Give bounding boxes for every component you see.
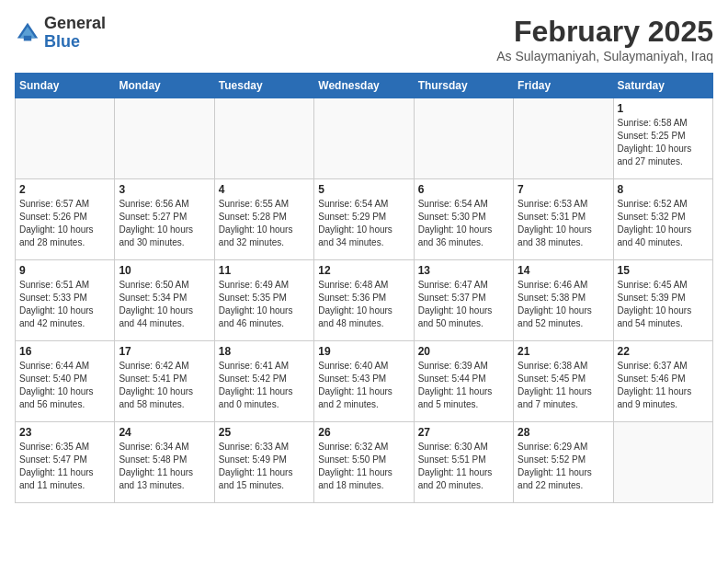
logo-blue: Blue [44,32,80,51]
day-info: Sunrise: 6:30 AM Sunset: 5:51 PM Dayligh… [418,441,509,492]
calendar-header-row: SundayMondayTuesdayWednesdayThursdayFrid… [16,74,713,98]
calendar-cell: 20Sunrise: 6:39 AM Sunset: 5:44 PM Dayli… [414,341,513,422]
calendar-cell: 10Sunrise: 6:50 AM Sunset: 5:34 PM Dayli… [115,260,214,341]
week-row-2: 9Sunrise: 6:51 AM Sunset: 5:33 PM Daylig… [16,260,713,341]
calendar-cell: 3Sunrise: 6:56 AM Sunset: 5:27 PM Daylig… [115,179,214,260]
day-info: Sunrise: 6:32 AM Sunset: 5:50 PM Dayligh… [318,441,409,492]
day-number: 3 [119,183,210,196]
day-number: 11 [219,264,310,277]
day-number: 17 [119,345,210,358]
day-number: 7 [518,183,609,196]
calendar-cell: 25Sunrise: 6:33 AM Sunset: 5:49 PM Dayli… [214,422,313,503]
day-info: Sunrise: 6:53 AM Sunset: 5:31 PM Dayligh… [518,198,609,249]
week-row-3: 16Sunrise: 6:44 AM Sunset: 5:40 PM Dayli… [16,341,713,422]
day-number: 21 [518,345,609,358]
day-number: 8 [618,183,709,196]
calendar-cell: 18Sunrise: 6:41 AM Sunset: 5:42 PM Dayli… [214,341,313,422]
day-number: 18 [219,345,310,358]
page-header: General Blue February 2025 As Sulaymaniy… [15,15,713,63]
day-info: Sunrise: 6:56 AM Sunset: 5:27 PM Dayligh… [119,198,210,249]
day-header-tuesday: Tuesday [214,74,313,98]
calendar-cell: 2Sunrise: 6:57 AM Sunset: 5:26 PM Daylig… [16,179,115,260]
calendar-cell: 15Sunrise: 6:45 AM Sunset: 5:39 PM Dayli… [613,260,712,341]
day-number: 6 [418,183,509,196]
month-year: February 2025 [496,15,713,49]
day-number: 15 [618,264,709,277]
calendar-cell: 27Sunrise: 6:30 AM Sunset: 5:51 PM Dayli… [414,422,513,503]
day-header-sunday: Sunday [16,74,115,98]
day-info: Sunrise: 6:35 AM Sunset: 5:47 PM Dayligh… [19,441,110,492]
calendar-cell: 9Sunrise: 6:51 AM Sunset: 5:33 PM Daylig… [16,260,115,341]
calendar-cell: 17Sunrise: 6:42 AM Sunset: 5:41 PM Dayli… [115,341,214,422]
calendar-cell: 4Sunrise: 6:55 AM Sunset: 5:28 PM Daylig… [214,179,313,260]
location: As Sulaymaniyah, Sulaymaniyah, Iraq [496,49,713,63]
calendar-cell: 11Sunrise: 6:49 AM Sunset: 5:35 PM Dayli… [214,260,313,341]
logo-general: General [44,14,106,32]
day-number: 28 [518,426,609,439]
calendar-cell: 8Sunrise: 6:52 AM Sunset: 5:32 PM Daylig… [613,179,712,260]
day-number: 2 [19,183,110,196]
day-info: Sunrise: 6:54 AM Sunset: 5:29 PM Dayligh… [318,198,409,249]
calendar-cell [16,98,115,179]
day-number: 25 [219,426,310,439]
calendar-cell [613,422,712,503]
calendar-cell [514,98,613,179]
week-row-1: 2Sunrise: 6:57 AM Sunset: 5:26 PM Daylig… [16,179,713,260]
day-info: Sunrise: 6:51 AM Sunset: 5:33 PM Dayligh… [19,279,110,330]
calendar-cell: 24Sunrise: 6:34 AM Sunset: 5:48 PM Dayli… [115,422,214,503]
day-number: 1 [618,102,709,115]
day-info: Sunrise: 6:47 AM Sunset: 5:37 PM Dayligh… [418,279,509,330]
day-info: Sunrise: 6:48 AM Sunset: 5:36 PM Dayligh… [318,279,409,330]
day-info: Sunrise: 6:54 AM Sunset: 5:30 PM Dayligh… [418,198,509,249]
title-block: February 2025 As Sulaymaniyah, Sulaymani… [496,15,713,63]
calendar-cell: 12Sunrise: 6:48 AM Sunset: 5:36 PM Dayli… [314,260,414,341]
calendar-cell: 26Sunrise: 6:32 AM Sunset: 5:50 PM Dayli… [314,422,414,503]
day-info: Sunrise: 6:46 AM Sunset: 5:38 PM Dayligh… [518,279,609,330]
day-info: Sunrise: 6:40 AM Sunset: 5:43 PM Dayligh… [318,360,409,411]
calendar-cell: 1Sunrise: 6:58 AM Sunset: 5:25 PM Daylig… [613,98,712,179]
calendar-cell: 13Sunrise: 6:47 AM Sunset: 5:37 PM Dayli… [414,260,513,341]
day-info: Sunrise: 6:42 AM Sunset: 5:41 PM Dayligh… [119,360,210,411]
calendar-cell [314,98,414,179]
calendar-cell: 21Sunrise: 6:38 AM Sunset: 5:45 PM Dayli… [514,341,613,422]
day-info: Sunrise: 6:45 AM Sunset: 5:39 PM Dayligh… [618,279,709,330]
logo: General Blue [15,15,106,52]
day-info: Sunrise: 6:34 AM Sunset: 5:48 PM Dayligh… [119,441,210,492]
day-info: Sunrise: 6:37 AM Sunset: 5:46 PM Dayligh… [618,360,709,411]
day-info: Sunrise: 6:55 AM Sunset: 5:28 PM Dayligh… [219,198,310,249]
day-info: Sunrise: 6:41 AM Sunset: 5:42 PM Dayligh… [219,360,310,411]
calendar-table: SundayMondayTuesdayWednesdayThursdayFrid… [15,73,713,503]
day-number: 24 [119,426,210,439]
day-info: Sunrise: 6:44 AM Sunset: 5:40 PM Dayligh… [19,360,110,411]
day-header-monday: Monday [115,74,214,98]
day-info: Sunrise: 6:29 AM Sunset: 5:52 PM Dayligh… [518,441,609,492]
day-number: 26 [318,426,409,439]
week-row-0: 1Sunrise: 6:58 AM Sunset: 5:25 PM Daylig… [16,98,713,179]
day-info: Sunrise: 6:39 AM Sunset: 5:44 PM Dayligh… [418,360,509,411]
day-number: 19 [318,345,409,358]
calendar-cell [115,98,214,179]
calendar-cell [214,98,313,179]
day-number: 27 [418,426,509,439]
calendar-cell: 28Sunrise: 6:29 AM Sunset: 5:52 PM Dayli… [514,422,613,503]
calendar-cell: 23Sunrise: 6:35 AM Sunset: 5:47 PM Dayli… [16,422,115,503]
logo-text: General Blue [44,15,106,52]
day-number: 14 [518,264,609,277]
calendar-cell: 19Sunrise: 6:40 AM Sunset: 5:43 PM Dayli… [314,341,414,422]
day-number: 12 [318,264,409,277]
day-info: Sunrise: 6:49 AM Sunset: 5:35 PM Dayligh… [219,279,310,330]
calendar-cell: 22Sunrise: 6:37 AM Sunset: 5:46 PM Dayli… [613,341,712,422]
day-info: Sunrise: 6:50 AM Sunset: 5:34 PM Dayligh… [119,279,210,330]
calendar-cell: 5Sunrise: 6:54 AM Sunset: 5:29 PM Daylig… [314,179,414,260]
day-number: 9 [19,264,110,277]
week-row-4: 23Sunrise: 6:35 AM Sunset: 5:47 PM Dayli… [16,422,713,503]
day-number: 20 [418,345,509,358]
calendar-cell: 6Sunrise: 6:54 AM Sunset: 5:30 PM Daylig… [414,179,513,260]
day-header-thursday: Thursday [414,74,513,98]
calendar-cell [414,98,513,179]
day-info: Sunrise: 6:52 AM Sunset: 5:32 PM Dayligh… [618,198,709,249]
day-number: 13 [418,264,509,277]
logo-icon [15,20,40,46]
day-header-wednesday: Wednesday [314,74,414,98]
day-number: 16 [19,345,110,358]
